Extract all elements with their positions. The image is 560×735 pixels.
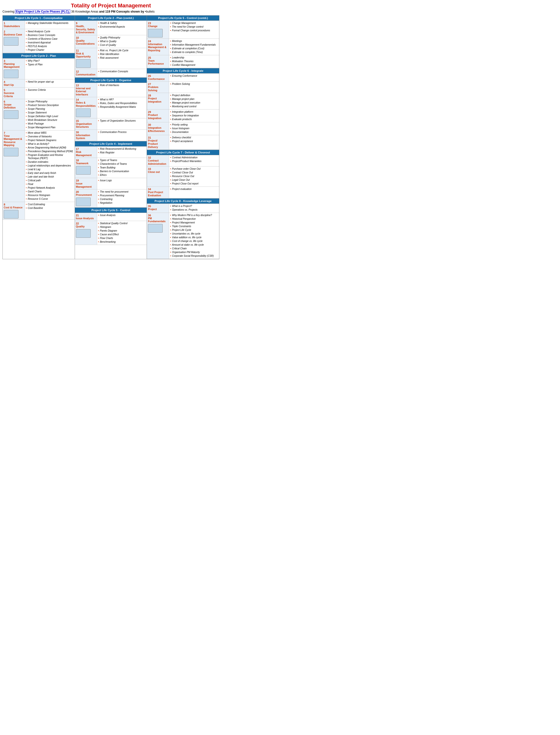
section-label: 3Planning Management	[3, 58, 25, 79]
bullet-item: Contracting	[98, 197, 146, 201]
section-name: Time Management & Resource Mapping	[4, 134, 24, 147]
section-number: 5	[4, 89, 5, 91]
section-content: Priority settingIssue histogramDocumenta…	[169, 122, 219, 135]
bullet-item: Work Package	[26, 122, 74, 125]
knowledge-section: 17Risk ManagementRisk Reassessment & Mon…	[75, 146, 147, 158]
section-number: 32	[148, 156, 151, 159]
bullet-item: Role of Interfaces	[98, 84, 146, 87]
bullet-item: Communication Process	[98, 130, 146, 134]
subtitle-middle: 36 Knowledge Areas	[71, 10, 98, 13]
section-label: 27Problem Solving	[147, 82, 169, 93]
bullet-item: Precedence Diagramming Method (PDM)	[26, 150, 74, 153]
section-content: Need for proper start up	[25, 79, 75, 88]
section-label: 16Information System	[75, 130, 97, 141]
section-image	[4, 110, 18, 119]
section-name: Team Performance	[148, 59, 168, 65]
knowledge-section: 12CommunicationCommunication Concepts	[75, 69, 147, 77]
bullet-item: Estimate to complete (Time)	[170, 51, 218, 54]
bullet-item: Statistical Quality Control	[98, 222, 146, 225]
bullet-item: Types of Teams	[98, 159, 146, 162]
section-label: 20Procurement	[75, 189, 97, 207]
knowledge-section: 2Business CaseNeed Analysis CycleBusines…	[3, 29, 75, 53]
section-content: The need for procurementProcurement Plan…	[97, 189, 147, 207]
section-label: 1Stakeholders	[3, 21, 25, 29]
section-label: 13Internal and External Interfaces	[75, 83, 97, 97]
section-label: 9Health, Security, Safety & Environment	[75, 21, 97, 35]
bullet-item: Contents of Business Case	[26, 37, 74, 40]
bullet-item: Issue Analysis	[98, 213, 146, 217]
knowledge-section: 28Project IntegrationProject definitionM…	[147, 93, 219, 109]
bullet-item: Resource S Curve	[26, 197, 74, 200]
section-content: Health & SafetyEnvironmental Aspects	[97, 21, 147, 35]
bullet-item: Project acceptance	[170, 140, 218, 143]
bullet-item: Cost of Quality	[98, 43, 146, 47]
bullet-item: Float	[26, 182, 74, 186]
section-content: Ensuring Conformance	[169, 73, 219, 82]
knowledge-section: 1StakeholdersManaging Stakeholder Requir…	[3, 21, 75, 29]
subtitle: Covering Eight Project Life Cycle Phases…	[2, 10, 219, 13]
bullet-item: Project Charter	[26, 48, 74, 52]
bullet-item: Duration estimates	[26, 160, 74, 163]
section-label: 29Product Integration	[147, 109, 169, 122]
section-name: Internal and External Interfaces	[76, 87, 96, 96]
bullet-item: Investment Appraisal	[26, 41, 74, 44]
bullet-item: Ethics	[98, 173, 146, 177]
section-number: 23	[148, 22, 151, 25]
subtitle-highlight: Eight Project Life Cycle Phases (PLC),	[15, 10, 70, 14]
section-content: Project definitionManage project planMan…	[169, 93, 219, 109]
section-label: 30Integration Effectiveness	[147, 122, 169, 135]
bullet-item: Early start and early finish	[26, 171, 74, 175]
bullet-item: The need for procurement	[98, 190, 146, 193]
knowledge-section: 14Roles & ResponsibilitiesWhat is HR?Rol…	[75, 97, 147, 118]
section-name: Planning Management	[4, 62, 24, 69]
bullet-item: PESTLE Analysis	[26, 45, 74, 48]
bullet-item: Team Building	[98, 166, 146, 169]
section-label: 7Time Management & Resource Mapping	[3, 130, 25, 202]
bullet-item: Project Network Analysis	[26, 186, 74, 189]
section-label: 4Start Up	[3, 79, 25, 88]
section-image	[76, 229, 91, 238]
bullet-item: Project/Product Warranties	[170, 160, 218, 163]
section-content: Cost EstimatingCost Baseline	[25, 202, 75, 220]
bullet-item: Scope Statement	[26, 111, 74, 114]
section-label: 35Project	[147, 204, 169, 213]
bullet-item: What is HR?	[98, 98, 146, 101]
section-label: 21Issue Analysis	[75, 213, 97, 221]
section-label: 32Contract Administration	[147, 155, 169, 166]
bullet-item: Late start and late finish	[26, 175, 74, 178]
section-number: 28	[148, 94, 151, 97]
bullet-item: Communication Concepts	[98, 70, 146, 73]
plc-subheader: Project Life Cycle 4 - Implement	[75, 141, 147, 146]
knowledge-section: 35ProjectWhat is a Project?Operations vs…	[147, 204, 219, 213]
section-name: Organisation Structures	[76, 122, 96, 128]
section-label: 25Team Performance	[147, 55, 169, 68]
section-image	[76, 197, 91, 206]
section-number: 26	[148, 74, 151, 77]
bullet-item: Environmental Aspects	[98, 25, 146, 28]
section-content: Why Plan?Types of Plan	[25, 58, 75, 79]
bullet-item: Uncertainties vs. life cycle	[170, 232, 218, 235]
knowledge-section: 15Organisation StructuresTypes of Organi…	[75, 118, 147, 130]
section-number: 12	[76, 70, 79, 73]
section-name: Start Up	[4, 83, 14, 87]
section-content: Purchase order Close OutContract Close O…	[169, 166, 219, 186]
bullet-item: Lead & Lag	[26, 168, 74, 171]
section-label: 8Cost & Finance	[3, 202, 25, 220]
section-name: Quality	[76, 225, 85, 228]
section-number: 4	[4, 80, 5, 83]
bullet-item: Need for proper start up	[26, 80, 74, 83]
section-content: Issue Analysis	[97, 213, 147, 221]
section-content: Why Modern PM is a Key discipline?Histor…	[169, 213, 219, 259]
section-label: 12Communication	[75, 69, 97, 77]
bullet-item: Conflict Management	[170, 63, 218, 67]
section-number: 33	[148, 167, 151, 170]
section-number: 8	[4, 203, 5, 206]
section-image	[76, 108, 91, 117]
section-number: 6	[4, 100, 5, 103]
section-label: 28Project Integration	[147, 93, 169, 109]
section-number: 25	[148, 56, 151, 59]
section-name: Scope Definition	[4, 103, 24, 109]
section-content: Risk vs. Project Life CycleRisk Identifi…	[97, 48, 147, 69]
section-name: Integration Effectiveness	[148, 126, 168, 132]
section-number: 24	[148, 40, 151, 43]
